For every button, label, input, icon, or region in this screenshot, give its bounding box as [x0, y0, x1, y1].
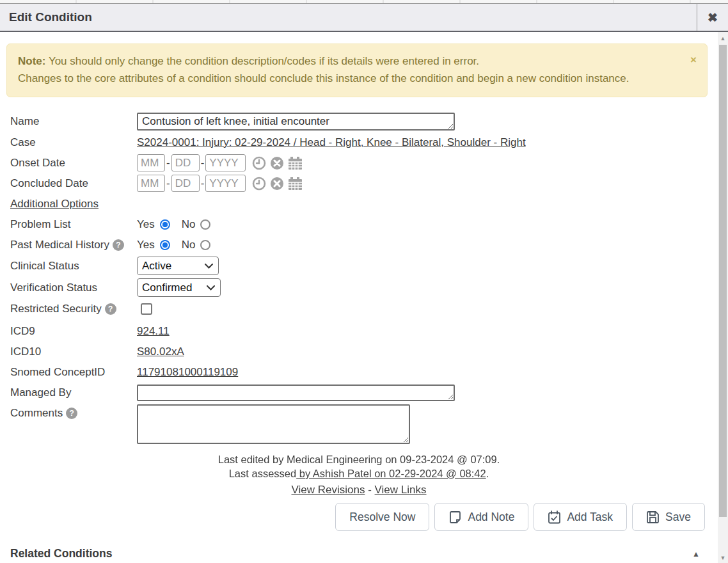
concluded-month-input[interactable] [137, 175, 165, 192]
problem-list-row: Problem List Yes No [10, 216, 718, 233]
pmh-yes-label: Yes [137, 239, 155, 251]
modal-header: Edit Condition ✖ [0, 3, 728, 32]
note-icon [448, 511, 462, 524]
date-separator: - [201, 177, 205, 190]
onset-now-clock-icon[interactable] [252, 156, 266, 170]
view-revisions-link[interactable]: View Revisions [291, 484, 365, 496]
concluded-now-clock-icon[interactable] [252, 177, 266, 191]
icd10-row: ICD10 S80.02xA [10, 343, 718, 360]
resolve-now-button[interactable]: Resolve Now [335, 503, 429, 531]
verification-status-value: Confirmed [142, 282, 192, 294]
onset-month-input[interactable] [137, 154, 165, 171]
comments-help-icon[interactable]: ? [66, 408, 77, 419]
last-assessed-suffix: . [486, 468, 489, 479]
clinical-status-label: Clinical Status [10, 260, 137, 273]
view-links-link[interactable]: View Links [375, 484, 427, 496]
comments-input[interactable] [137, 404, 410, 444]
comments-label: Comments [10, 407, 63, 420]
close-button[interactable]: ✖ [697, 4, 728, 31]
name-input[interactable]: Contusion of left knee, initial encounte… [137, 113, 455, 131]
managed-by-input[interactable] [137, 385, 455, 401]
pmh-yes-radio[interactable] [160, 240, 170, 250]
onset-clear-icon[interactable] [270, 156, 284, 170]
problem-list-yes-radio[interactable] [160, 219, 170, 230]
audit-block: Last edited by Medical Engineering on 09… [0, 453, 718, 480]
icd9-row: ICD9 924.11 [10, 322, 718, 340]
onset-calendar-icon[interactable] [288, 156, 303, 170]
pmh-no-radio[interactable] [200, 240, 210, 250]
managed-by-row: Managed By [10, 384, 718, 401]
concluded-date-row: Concluded Date - - [10, 175, 718, 192]
verification-status-select[interactable]: Confirmed [137, 278, 221, 297]
additional-options-row: Additional Options [10, 195, 718, 212]
onset-year-input[interactable] [205, 154, 246, 171]
note-line2: Changes to the core attributes of a cond… [18, 72, 629, 84]
restricted-security-checkbox[interactable] [141, 303, 152, 315]
past-medical-history-help-icon[interactable]: ? [113, 239, 124, 251]
concluded-calendar-icon[interactable] [288, 177, 303, 191]
collapse-arrow-icon[interactable]: ▲ [692, 550, 700, 559]
restricted-security-row: Restricted Security ? [10, 300, 718, 317]
last-assessed-prefix: Last assessed [229, 468, 296, 479]
verification-status-label: Verification Status [10, 282, 137, 294]
problem-list-no-radio[interactable] [200, 219, 210, 230]
save-label: Save [665, 511, 691, 524]
concluded-clear-icon[interactable] [270, 177, 284, 191]
case-link[interactable]: S2024-0001: Injury: 02-29-2024 / Head - … [137, 136, 526, 149]
modal-content: Note: You should only change the conditi… [0, 32, 718, 563]
vertical-scrollbar[interactable]: ▲ ▼ [718, 32, 728, 563]
last-edited-text: Last edited by Medical Engineering on 09… [0, 453, 718, 466]
add-task-label: Add Task [567, 511, 613, 524]
scroll-down-arrow-icon[interactable]: ▼ [718, 553, 728, 563]
save-floppy-icon [646, 511, 660, 524]
note-banner: Note: You should only change the conditi… [6, 44, 708, 97]
action-buttons: Resolve Now Add Note Add Task Save [335, 503, 705, 531]
link-separator: - [365, 484, 374, 496]
snomed-row: Snomed ConceptID 11791081000119109 [10, 363, 718, 381]
onset-day-input[interactable] [171, 154, 200, 171]
modal-title: Edit Condition [0, 10, 697, 24]
add-note-label: Add Note [468, 511, 514, 524]
name-label: Name [10, 115, 137, 128]
add-note-button[interactable]: Add Note [434, 503, 528, 531]
date-separator: - [166, 177, 170, 190]
snomed-label: Snomed ConceptID [10, 366, 137, 379]
date-separator: - [166, 157, 170, 170]
pmh-no-label: No [182, 239, 196, 251]
clinical-status-value: Active [142, 260, 171, 273]
icd9-label: ICD9 [10, 325, 137, 338]
snomed-link[interactable]: 11791081000119109 [137, 366, 238, 379]
clinical-status-select[interactable]: Active [137, 257, 219, 275]
chevron-down-icon [207, 285, 215, 290]
past-medical-history-label: Past Medical History [10, 239, 109, 251]
scrollbar-thumb[interactable] [719, 45, 727, 517]
note-dismiss-icon[interactable]: × [690, 51, 697, 68]
task-calendar-icon [548, 511, 561, 524]
case-label: Case [10, 136, 137, 149]
problem-list-label: Problem List [10, 218, 137, 231]
related-conditions-title: Related Conditions [10, 547, 112, 560]
last-assessed-link[interactable]: by Ashish Patel on 02-29-2024 @ 08:42 [296, 468, 486, 479]
name-row: Name Contusion of left knee, initial enc… [10, 113, 718, 131]
concluded-day-input[interactable] [171, 175, 200, 192]
comments-row: Comments ? [10, 404, 718, 444]
additional-options-link[interactable]: Additional Options [10, 198, 99, 210]
verification-status-row: Verification Status Confirmed [10, 278, 718, 297]
related-conditions-header[interactable]: Related Conditions ▲ [10, 547, 700, 560]
date-separator: - [201, 157, 205, 170]
icd9-link[interactable]: 924.11 [137, 325, 170, 338]
scroll-up-arrow-icon[interactable]: ▲ [718, 33, 728, 44]
chevron-down-icon [205, 264, 213, 269]
icd10-link[interactable]: S80.02xA [137, 345, 184, 358]
restricted-security-help-icon[interactable]: ? [105, 303, 116, 315]
clinical-status-row: Clinical Status Active [10, 257, 718, 275]
past-medical-history-row: Past Medical History ? Yes No [10, 236, 718, 253]
note-line1: You should only change the condition des… [49, 55, 479, 67]
concluded-year-input[interactable] [205, 175, 246, 192]
add-task-button[interactable]: Add Task [534, 503, 627, 531]
onset-date-row: Onset Date - - [10, 154, 718, 171]
managed-by-label: Managed By [10, 386, 137, 399]
note-prefix: Note: [18, 55, 45, 67]
save-button[interactable]: Save [632, 503, 705, 531]
problem-list-no-label: No [182, 218, 196, 231]
